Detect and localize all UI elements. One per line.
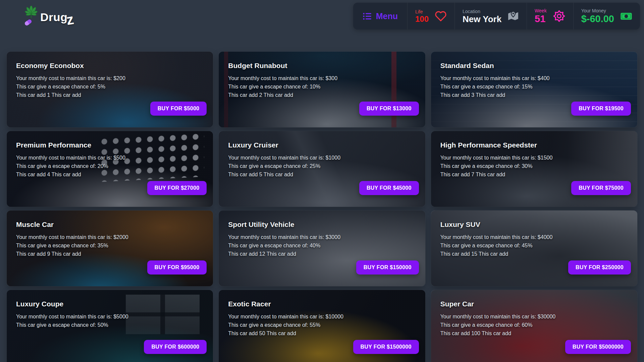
car-name: Super Car <box>440 300 628 308</box>
car-add-line: This car add 4 This car add <box>16 172 204 178</box>
money-value: $-60.00 <box>581 14 614 24</box>
car-card: Super Car Your monthly cost to maintain … <box>431 290 637 362</box>
buy-button[interactable]: BUY FOR $75000 <box>571 181 631 195</box>
car-card: Budget Runabout Your monthly cost to mai… <box>219 52 425 127</box>
car-monthly-cost-line: Your monthly cost to maintain this car i… <box>16 314 204 320</box>
gear-icon <box>553 10 566 22</box>
week-stat: Week 51 <box>527 3 573 29</box>
car-name: Budget Runabout <box>228 62 416 70</box>
buy-button[interactable]: BUY FOR $250000 <box>568 260 631 275</box>
car-escape-chance-line: This car give a escape chance of: 25% <box>228 163 416 169</box>
money-stat: Your Money $-60.00 <box>573 3 640 29</box>
car-card-content: Luxury SUV Your monthly cost to maintain… <box>431 210 637 257</box>
cannabis-leaf-icon <box>21 5 42 27</box>
car-escape-chance-line: This car give a escape chance of: 45% <box>440 243 628 249</box>
car-card-content: Premium Performance Your monthly cost to… <box>7 131 213 178</box>
car-card-content: Muscle Car Your monthly cost to maintain… <box>7 210 213 257</box>
car-add-line: This car add 5 This car add <box>228 172 416 178</box>
car-monthly-cost-line: Your monthly cost to maintain this car i… <box>440 314 628 320</box>
car-add-line: This car add 3 This car add <box>440 92 628 98</box>
pill-icon <box>24 19 33 26</box>
menu-label: Menu <box>376 11 398 21</box>
car-card-content: Luxury Coupe Your monthly cost to mainta… <box>7 290 213 328</box>
car-card: Standard Sedan Your monthly cost to main… <box>431 52 637 127</box>
menu-list-icon <box>363 12 372 21</box>
car-card: Sport Utility Vehicle Your monthly cost … <box>219 210 425 286</box>
car-add-line: This car add 2 This car add <box>228 92 416 98</box>
car-escape-chance-line: This car give a escape chance of: 30% <box>440 163 628 169</box>
week-label: Week <box>535 8 547 13</box>
car-name: Muscle Car <box>16 221 204 229</box>
menu-button[interactable]: Menu <box>353 3 407 29</box>
buy-button[interactable]: BUY FOR $45000 <box>359 181 419 195</box>
car-monthly-cost-line: Your monthly cost to maintain this car i… <box>440 155 628 161</box>
car-add-line: This car add 1 This car add <box>16 92 204 98</box>
car-card: Luxury Cruiser Your monthly cost to main… <box>219 131 425 207</box>
car-name: Luxury Coupe <box>16 300 204 308</box>
buy-button[interactable]: BUY FOR $95000 <box>147 260 207 275</box>
car-name: Premium Performance <box>16 141 204 149</box>
car-card-content: High Performance Speedster Your monthly … <box>431 131 637 178</box>
buy-button[interactable]: BUY FOR $5000000 <box>565 340 631 354</box>
car-card: Luxury Coupe Your monthly cost to mainta… <box>7 290 213 362</box>
location-stat: Location New York <box>454 3 527 29</box>
buy-button[interactable]: BUY FOR $150000 <box>356 260 419 275</box>
car-monthly-cost-line: Your monthly cost to maintain this car i… <box>16 75 204 81</box>
top-bar: Drugz Menu Life 100 Location New York <box>0 0 644 29</box>
car-escape-chance-line: This car give a escape chance of: 5% <box>16 84 204 90</box>
week-value: 51 <box>535 14 547 24</box>
buy-button[interactable]: BUY FOR $5000 <box>150 102 207 116</box>
car-add-line: This car add 100 This car add <box>440 330 628 337</box>
buy-button[interactable]: BUY FOR $1500000 <box>353 340 419 354</box>
app-logo[interactable]: Drugz <box>21 3 74 29</box>
car-monthly-cost-line: Your monthly cost to maintain this car i… <box>228 314 416 320</box>
car-card: Premium Performance Your monthly cost to… <box>7 131 213 207</box>
car-monthly-cost-line: Your monthly cost to maintain this car i… <box>440 234 628 240</box>
car-escape-chance-line: This car give a escape chance of: 55% <box>228 322 416 328</box>
brand-name: Drugz <box>40 8 74 24</box>
car-name: Luxury Cruiser <box>228 141 416 149</box>
car-add-line: This car add 50 This car add <box>228 330 416 337</box>
map-icon <box>507 10 519 22</box>
car-add-line: This car add 9 This car add <box>16 251 204 257</box>
car-monthly-cost-line: Your monthly cost to maintain this car i… <box>16 155 204 161</box>
car-card: High Performance Speedster Your monthly … <box>431 131 637 207</box>
buy-button[interactable]: BUY FOR $13000 <box>359 102 419 116</box>
car-escape-chance-line: This car give a escape chance of: 15% <box>440 84 628 90</box>
car-card: Economy Econobox Your monthly cost to ma… <box>7 52 213 127</box>
life-value: 100 <box>415 15 429 23</box>
life-stat: Life 100 <box>407 3 454 29</box>
buy-button[interactable]: BUY FOR $19500 <box>571 102 631 116</box>
car-escape-chance-line: This car give a escape chance of: 50% <box>16 322 204 328</box>
location-value: New York <box>463 15 501 23</box>
car-name: Economy Econobox <box>16 62 204 70</box>
car-escape-chance-line: This car give a escape chance of: 35% <box>16 243 204 249</box>
car-name: High Performance Speedster <box>440 141 628 149</box>
car-monthly-cost-line: Your monthly cost to maintain this car i… <box>440 75 628 81</box>
car-name: Exotic Racer <box>228 300 416 308</box>
heart-icon <box>435 10 447 22</box>
car-escape-chance-line: This car give a escape chance of: 40% <box>228 243 416 249</box>
hud-panel: Menu Life 100 Location New York <box>353 3 640 29</box>
buy-button[interactable]: BUY FOR $27000 <box>147 181 207 195</box>
life-label: Life <box>415 9 429 14</box>
car-shop-grid: Economy Econobox Your monthly cost to ma… <box>7 52 637 362</box>
buy-button[interactable]: BUY FOR $600000 <box>144 340 207 354</box>
car-monthly-cost-line: Your monthly cost to maintain this car i… <box>228 155 416 161</box>
car-name: Luxury SUV <box>440 221 628 229</box>
car-card: Exotic Racer Your monthly cost to mainta… <box>219 290 425 362</box>
car-card-content: Economy Econobox Your monthly cost to ma… <box>7 52 213 98</box>
car-add-line: This car add 12 This car add <box>228 251 416 257</box>
car-escape-chance-line: This car give a escape chance of: 10% <box>228 84 416 90</box>
location-label: Location <box>463 9 501 14</box>
car-name: Sport Utility Vehicle <box>228 221 416 229</box>
car-card: Luxury SUV Your monthly cost to maintain… <box>431 210 637 286</box>
car-card: Muscle Car Your monthly cost to maintain… <box>7 210 213 286</box>
car-card-content: Sport Utility Vehicle Your monthly cost … <box>219 210 425 257</box>
car-name: Standard Sedan <box>440 62 628 70</box>
car-escape-chance-line: This car give a escape chance of: 20% <box>16 163 204 169</box>
car-monthly-cost-line: Your monthly cost to maintain this car i… <box>228 75 416 81</box>
car-add-line: This car add 15 This car add <box>440 251 628 257</box>
car-monthly-cost-line: Your monthly cost to maintain this car i… <box>16 234 204 240</box>
money-icon <box>620 12 632 20</box>
